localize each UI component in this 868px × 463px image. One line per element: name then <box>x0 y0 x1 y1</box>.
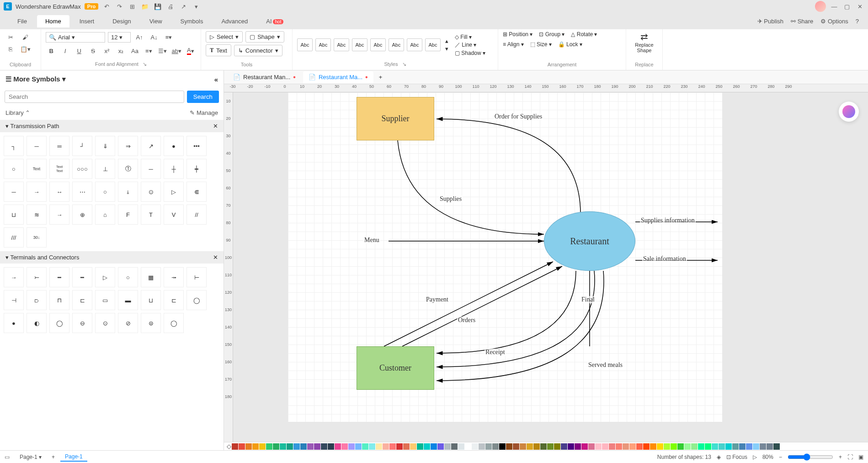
shape-item[interactable]: ⊢ <box>186 267 207 287</box>
underline-icon[interactable]: U <box>74 45 85 57</box>
maximize-icon[interactable]: ▢ <box>842 2 852 11</box>
shape-item[interactable]: ─ <box>4 182 24 202</box>
group-dropdown[interactable]: ⊡ Group ▾ <box>539 31 564 38</box>
shape-item[interactable]: TextText <box>49 159 69 179</box>
zoom-level[interactable]: 80% <box>762 454 773 460</box>
color-swatch[interactable] <box>280 443 286 450</box>
shape-item[interactable]: ┿ <box>186 159 207 179</box>
font-select[interactable]: 🔍 Arial ▾ <box>46 32 105 43</box>
presentation-icon[interactable]: ▷ <box>753 454 757 460</box>
label-final[interactable]: Final <box>580 296 596 303</box>
color-swatch[interactable] <box>739 443 746 450</box>
size-dropdown[interactable]: ⬚ Size ▾ <box>530 41 552 48</box>
label-menu[interactable]: Menu <box>363 237 380 244</box>
decrease-font-icon[interactable]: A↓ <box>148 31 160 43</box>
case-icon[interactable]: Aa <box>129 45 140 57</box>
color-swatch[interactable] <box>492 443 499 450</box>
open-icon[interactable]: 📁 <box>140 2 149 11</box>
position-dropdown[interactable]: ⊞ Position ▾ <box>503 31 533 38</box>
bullets-icon[interactable]: ☰▾ <box>157 45 168 57</box>
color-swatch[interactable] <box>266 443 272 450</box>
node-supplier[interactable]: Supplier <box>357 97 434 140</box>
shape-item[interactable]: ◐ <box>27 313 47 333</box>
shape-item[interactable]: ▦ <box>141 267 161 287</box>
color-swatch[interactable] <box>410 443 416 450</box>
shape-item[interactable]: ─ <box>141 159 161 179</box>
shape-item[interactable]: ⊙ <box>95 313 115 333</box>
color-swatch[interactable] <box>568 443 574 450</box>
shape-item[interactable]: ─ <box>27 136 47 156</box>
color-swatch[interactable] <box>239 443 245 450</box>
color-swatch[interactable] <box>643 443 650 450</box>
menu-advanced[interactable]: Advanced <box>213 15 256 27</box>
style-preset-1[interactable]: Abc <box>297 38 313 51</box>
shape-item[interactable]: ⊣ <box>4 290 24 310</box>
color-swatch[interactable] <box>581 443 588 450</box>
shape-item[interactable]: ━ <box>49 267 69 287</box>
style-preset-5[interactable]: Abc <box>370 38 386 51</box>
shape-item[interactable]: → <box>27 182 47 202</box>
shape-item[interactable]: ▷ <box>95 267 115 287</box>
shape-item[interactable]: ● <box>164 136 184 156</box>
color-swatch[interactable] <box>629 443 636 450</box>
fit-page-icon[interactable]: ⛶ <box>847 454 853 460</box>
color-swatch[interactable] <box>698 443 704 450</box>
shape-item[interactable]: ⊔ <box>141 290 161 310</box>
add-page-icon[interactable]: + <box>52 454 55 460</box>
color-swatch[interactable] <box>437 443 444 450</box>
color-swatch[interactable] <box>348 443 355 450</box>
color-swatch[interactable] <box>588 443 595 450</box>
bold-icon[interactable]: B <box>46 45 57 57</box>
menu-insert[interactable]: Insert <box>71 15 103 27</box>
paste-icon[interactable]: 📋▾ <box>19 43 31 55</box>
shape-item[interactable]: ⇓ <box>95 136 115 156</box>
shape-item[interactable]: ••• <box>186 136 207 156</box>
color-swatch[interactable] <box>499 443 506 450</box>
shape-item[interactable]: ◯ <box>164 313 184 333</box>
line-spacing-icon[interactable]: ≡▾ <box>143 45 154 57</box>
shape-item[interactable]: V <box>164 205 184 225</box>
menu-view[interactable]: View <box>141 15 170 27</box>
color-swatch[interactable] <box>664 443 670 450</box>
category-terminals[interactable]: ▾ Terminals and Connectors ✕ <box>0 251 224 264</box>
shape-item[interactable]: ⊔ <box>4 205 24 225</box>
shape-item[interactable]: ○○○ <box>72 159 92 179</box>
color-swatch[interactable] <box>335 443 341 450</box>
shape-item[interactable]: /// <box>4 227 24 248</box>
export-icon[interactable]: ↗ <box>179 2 188 11</box>
shape-item[interactable]: Ⓣ <box>118 159 138 179</box>
shape-item[interactable]: ┼ <box>164 159 184 179</box>
color-swatch[interactable] <box>760 443 766 450</box>
color-swatch[interactable] <box>479 443 485 450</box>
color-swatch[interactable] <box>389 443 396 450</box>
color-swatch[interactable] <box>540 443 547 450</box>
increase-font-icon[interactable]: A↑ <box>133 31 145 43</box>
collapse-panel-icon[interactable]: « <box>214 75 218 83</box>
shape-item[interactable]: ⊖ <box>72 313 92 333</box>
color-swatch[interactable] <box>712 443 718 450</box>
shape-item[interactable]: ◯ <box>186 290 207 310</box>
align-icon[interactable]: ≡▾ <box>163 31 175 43</box>
shape-item[interactable]: ○ <box>118 267 138 287</box>
label-served-meals[interactable]: Served meals <box>587 361 623 369</box>
undo-icon[interactable]: ↶ <box>102 2 111 11</box>
shape-item[interactable]: Text <box>27 159 47 179</box>
format-painter-icon[interactable]: 🖌 <box>19 31 31 43</box>
node-restaurant[interactable]: Restaurant <box>544 211 635 271</box>
color-swatch[interactable] <box>561 443 567 450</box>
color-swatch[interactable] <box>547 443 554 450</box>
font-color-icon[interactable]: A▾ <box>185 45 196 57</box>
shape-tool[interactable]: ▢ Shape ▾ <box>245 31 284 43</box>
color-swatch[interactable] <box>746 443 752 450</box>
menu-ai[interactable]: AIhot <box>258 15 292 27</box>
connector-tool[interactable]: ↳ Connector ▾ <box>234 45 282 56</box>
shape-item[interactable]: ◯ <box>49 313 69 333</box>
shape-item[interactable]: ⊓ <box>49 290 69 310</box>
color-picker-icon[interactable]: ◇ <box>227 443 231 450</box>
page-select[interactable]: Page-1 ▾ <box>15 453 46 461</box>
style-preset-4[interactable]: Abc <box>352 38 367 51</box>
strikethrough-icon[interactable]: S <box>87 45 98 57</box>
options-button[interactable]: ⚙ Options <box>820 18 848 25</box>
line-dropdown[interactable]: ／ Line ▾ <box>455 41 485 49</box>
paper[interactable]: Supplier Customer Restaurant Menu Suppli… <box>288 92 722 422</box>
